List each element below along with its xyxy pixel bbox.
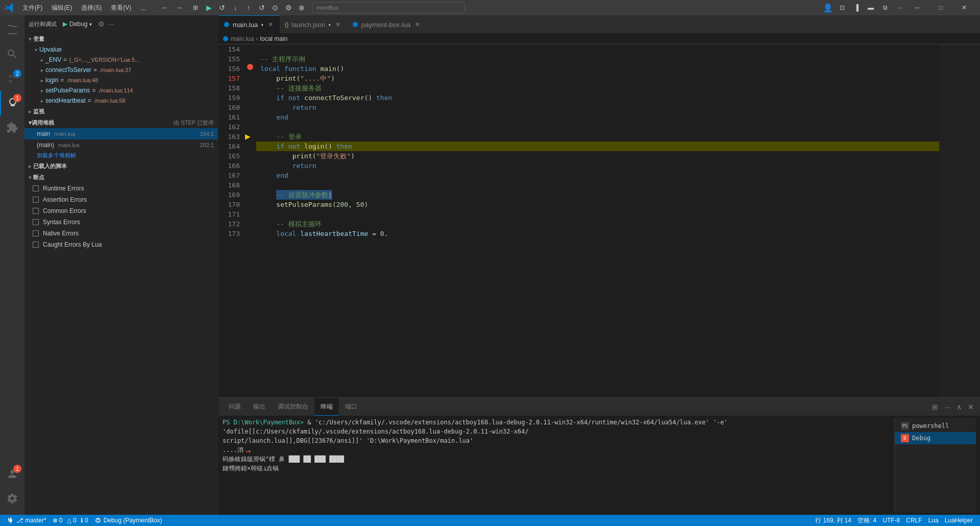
terminal-powershell-item[interactable]: PS powershell	[895, 420, 976, 432]
menu-file[interactable]: 文件(F)	[18, 3, 46, 13]
panel-tab-debug-console[interactable]: 调试控制台	[272, 398, 314, 416]
bp-checkbox-syntax[interactable]	[33, 219, 39, 225]
statusbar-errors[interactable]: ⊗ 0 △ 0 ℹ 0	[50, 515, 91, 526]
stack-frame-main[interactable]: main main.lua 164:1	[24, 128, 218, 139]
code-content[interactable]: -- 主程序示例 local function main() print("..…	[256, 44, 939, 397]
bp-syntax-errors[interactable]: Syntax Errors	[24, 217, 218, 228]
menu-select[interactable]: 选择(S)	[77, 3, 106, 13]
debug-extra-btn[interactable]: ⚙	[282, 2, 295, 13]
var-heartbeat[interactable]: ▸ sendHeartbeat = ./main.lua:58	[24, 95, 218, 106]
debug-extra2-btn[interactable]: ⊗	[296, 2, 308, 13]
nav-forward[interactable]: →	[173, 2, 185, 13]
activity-extensions[interactable]	[0, 115, 24, 140]
bp-assertion-errors[interactable]: Assertion Errors	[24, 194, 218, 205]
panel-chevron-up[interactable]: ∧	[954, 402, 964, 412]
statusbar-line-col[interactable]: 行 169, 列 14	[812, 515, 854, 526]
tab-payment-box[interactable]: payment-box.lua ✕	[347, 15, 427, 33]
menu-more[interactable]: ...	[136, 3, 151, 13]
tab-main-close[interactable]: ✕	[266, 20, 275, 29]
bp-runtime-errors[interactable]: Runtime Errors	[24, 183, 218, 194]
menu-view[interactable]: 查看(V)	[107, 3, 135, 13]
panel-tab-terminal[interactable]: 终端	[314, 398, 339, 416]
activity-source-control[interactable]: 2	[0, 66, 24, 91]
panel-toggle-btn[interactable]: ▬	[865, 2, 877, 13]
statusbar-debug[interactable]: Debug (PaymentBox)	[91, 515, 165, 526]
variables-header[interactable]: ▾ 变量	[24, 33, 218, 44]
avatar-btn[interactable]: 👤	[822, 2, 834, 13]
more-btn[interactable]: ···	[893, 2, 905, 13]
line-168	[256, 180, 939, 190]
tab-launch-close[interactable]: ✕	[334, 20, 342, 29]
powershell-label: powershell	[912, 422, 949, 429]
load-more-frames[interactable]: 加载多个堆栈帧	[24, 151, 218, 160]
panel-layout-btn[interactable]: ⊞	[930, 402, 940, 412]
debug-gear-icon[interactable]: ⚙	[98, 20, 105, 28]
upvalue-group[interactable]: ▾ Upvalue	[24, 44, 218, 55]
panel-more-btn[interactable]: ···	[942, 402, 952, 412]
line-165: print("登录失败")	[256, 151, 939, 161]
activity-debug[interactable]: 1	[0, 91, 24, 115]
terminal-debug-item[interactable]: D Debug	[895, 432, 976, 444]
statusbar-helper[interactable]: LuaHelper	[942, 515, 976, 526]
tab-payment-box-label: payment-box.lua	[361, 21, 410, 29]
debug-continue-btn[interactable]: ▶	[203, 2, 215, 13]
code-editor[interactable]: 154 155 156 157 158 159 160 161 162 163 …	[218, 44, 980, 397]
win-minimize[interactable]: ─	[905, 0, 929, 15]
panel-tabs: 问题 输出 调试控制台 终端 端口 ⊞ ··· ∧ ✕	[218, 398, 980, 416]
tab-main-lua[interactable]: main.lua ● ✕	[218, 15, 280, 33]
panel-close-btn[interactable]: ✕	[966, 402, 976, 412]
titlebar-search[interactable]: mentBox	[312, 2, 465, 13]
tab-launch-json[interactable]: {} launch.json ● ✕	[280, 15, 347, 33]
win-close[interactable]: ✕	[952, 0, 976, 15]
breadcrumb-symbol[interactable]: local main	[260, 35, 287, 42]
activity-accounts[interactable]: 1	[0, 462, 24, 486]
menu-edit[interactable]: 编辑(E)	[47, 3, 76, 13]
var-env[interactable]: ▸ _ENV = {_G=...,_VERSION='Lua 5...	[24, 55, 218, 65]
statusbar-git[interactable]: ⎇ master*	[4, 515, 50, 526]
layout2-btn[interactable]: ⧉	[879, 2, 891, 13]
debug-step-out-btn[interactable]: ↑	[242, 2, 255, 13]
bp-checkbox-common[interactable]	[33, 208, 39, 214]
debug-step-over-btn[interactable]: ↺	[216, 2, 228, 13]
tab-payment-close[interactable]: ✕	[413, 20, 422, 29]
activity-settings[interactable]	[0, 486, 24, 511]
run-debug-button[interactable]: ▶ Debug ▾	[60, 19, 95, 29]
statusbar-line-ending[interactable]: CRLF	[903, 515, 925, 526]
bp-native-errors[interactable]: Native Errors	[24, 228, 218, 239]
panel-tab-problems[interactable]: 问题	[223, 398, 247, 416]
layout-btn[interactable]: ⊡	[836, 2, 848, 13]
var-setpulse[interactable]: ▸ setPulseParams = ./main.lua:114	[24, 85, 218, 95]
debug-layout-btn[interactable]: ⊞	[189, 2, 202, 13]
debug-dots-btn[interactable]: ···	[108, 20, 114, 28]
bp-checkbox-native[interactable]	[33, 230, 39, 236]
bp-checkbox-caught[interactable]	[33, 242, 39, 248]
debug-step-into-btn[interactable]: ↓	[229, 2, 241, 13]
bp-caught-errors[interactable]: Caught Errors By Lua	[24, 239, 218, 250]
breadcrumb-file[interactable]: main.lua	[231, 35, 254, 42]
bp-checkbox-runtime[interactable]	[33, 185, 39, 192]
bp-checkbox-assertion[interactable]	[33, 197, 39, 203]
statusbar-encoding[interactable]: UTF-8	[879, 515, 903, 526]
nav-back[interactable]: ←	[159, 2, 171, 13]
sidebar-toggle-btn[interactable]: ▐	[850, 2, 863, 13]
debug-restart-btn[interactable]: ↺	[256, 2, 268, 13]
bp-common-errors[interactable]: Common Errors	[24, 205, 218, 217]
stack-frame-main2[interactable]: (main) main.lua 202:1	[24, 139, 218, 151]
win-maximize[interactable]: □	[929, 0, 952, 15]
watch-header[interactable]: ▸ 监视	[24, 106, 218, 117]
breakpoint-157	[247, 64, 253, 70]
panel-tab-ports[interactable]: 端口	[339, 398, 363, 416]
panel-tab-output[interactable]: 输出	[247, 398, 272, 416]
breakpoints-header[interactable]: ▾ 断点	[24, 172, 218, 183]
terminal-main[interactable]: PS D:\Work\PaymentBox> & 'c:/Users/ckfam…	[223, 418, 890, 513]
var-connect[interactable]: ▸ connectToServer = ./main.lua:37	[24, 65, 218, 75]
var-login[interactable]: ▸ login = ./main.lua:48	[24, 75, 218, 85]
loaded-scripts-header[interactable]: ▸ 已载入的脚本	[24, 160, 218, 172]
activity-search[interactable]	[0, 42, 24, 66]
activity-explorer[interactable]	[0, 17, 24, 42]
titlebar-nav: ← →	[159, 2, 185, 13]
statusbar-language[interactable]: Lua	[925, 515, 942, 526]
callstack-header[interactable]: ▾ 调用堆栈 由 step 已暂停	[24, 117, 218, 128]
statusbar-spaces[interactable]: 空格: 4	[854, 515, 879, 526]
debug-stop-btn[interactable]: ⊙	[269, 2, 281, 13]
